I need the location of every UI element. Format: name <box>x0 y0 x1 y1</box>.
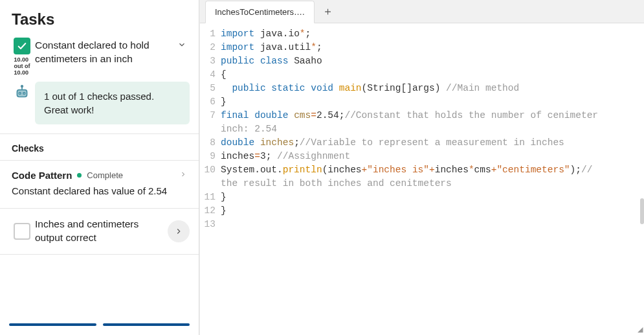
task-2-description: Inches and centimeters output correct <box>35 218 168 245</box>
code-line-6: 6 } <box>200 95 644 109</box>
check-card-1[interactable]: Code Pattern Complete Constant declared … <box>0 160 199 209</box>
svg-point-2 <box>23 92 25 94</box>
bottom-button-1[interactable] <box>9 323 96 326</box>
resize-handle-icon[interactable]: ◢ <box>638 325 643 334</box>
task-2[interactable]: Inches and centimeters output correct <box>0 209 199 255</box>
file-tab[interactable]: InchesToCentimeters…. <box>205 1 315 23</box>
task-1-score: 10.00 out of 10.00 <box>14 57 30 76</box>
scrollbar-thumb[interactable] <box>640 198 644 224</box>
feedback-row: 1 out of 1 checks passed. Great work! <box>9 82 190 124</box>
code-line-5: 5 public static void main(String[]args) … <box>200 82 644 95</box>
line-number: 10 <box>200 163 221 177</box>
tab-strip: InchesToCentimeters…. ＋ <box>200 0 644 23</box>
line-number: 11 <box>200 191 221 204</box>
line-number <box>200 122 221 136</box>
chevron-down-icon[interactable] <box>174 38 190 49</box>
status-dot-icon <box>77 173 82 178</box>
checkbox-empty-icon <box>14 223 30 240</box>
code-line-9: 9 inches=3; //Assighnment <box>200 150 644 163</box>
task-1-header[interactable]: 10.00 out of 10.00 Constant declared to … <box>9 38 190 76</box>
line-number: 13 <box>200 218 221 231</box>
chevron-right-icon[interactable] <box>179 170 187 180</box>
task-2-status-col <box>9 223 35 240</box>
code-line-2: 2 import java.util*; <box>200 41 644 54</box>
code-line-1: 1 import java.io*; <box>200 27 644 41</box>
code-line-4: 4 { <box>200 68 644 82</box>
svg-point-4 <box>21 86 23 87</box>
line-number: 7 <box>200 109 221 122</box>
file-tab-label: InchesToCentimeters…. <box>215 7 305 17</box>
task-1-feedback: 1 out of 1 checks passed. Great work! <box>35 82 190 124</box>
code-line-10-wrap: the result in both inches and cenitmeter… <box>200 177 644 191</box>
score-out-of: out of <box>14 63 30 69</box>
code-line-7: 7 final double cms=2.54;//Constant that … <box>200 109 644 122</box>
line-number: 9 <box>200 150 221 163</box>
line-number <box>200 177 221 191</box>
task-1-status-col: 10.00 out of 10.00 <box>9 38 35 76</box>
code-line-3: 3 public class Saaho <box>200 54 644 68</box>
line-number: 3 <box>200 54 221 68</box>
line-number: 2 <box>200 41 221 54</box>
bottom-bar <box>0 314 199 335</box>
code-editor[interactable]: 1 import java.io*; 2 import java.util*; … <box>200 23 644 335</box>
check-title: Code Pattern <box>12 170 72 181</box>
line-number: 5 <box>200 82 221 95</box>
score-total: 10.00 <box>14 69 29 76</box>
task-1-description: Constant declared to hold centimeters in… <box>35 38 174 66</box>
robot-icon <box>9 82 35 101</box>
svg-point-1 <box>19 92 21 94</box>
line-number: 1 <box>200 27 221 41</box>
expand-task-button[interactable] <box>168 220 190 242</box>
new-tab-button[interactable]: ＋ <box>315 4 341 19</box>
line-number: 12 <box>200 204 221 218</box>
bottom-button-2[interactable] <box>103 323 190 326</box>
code-line-10: 10 System.out.println(inches+"inches is"… <box>200 163 644 177</box>
code-line-7-wrap: inch: 2.54 <box>200 122 644 136</box>
line-number: 6 <box>200 95 221 109</box>
check-card-1-header: Code Pattern Complete <box>12 170 187 181</box>
code-line-13: 13 <box>200 218 644 231</box>
score-earned: 10.00 <box>14 56 29 63</box>
line-number: 4 <box>200 68 221 82</box>
checks-heading: Checks <box>0 134 199 160</box>
task-1: 10.00 out of 10.00 Constant declared to … <box>0 38 199 134</box>
line-number: 8 <box>200 136 221 150</box>
editor-panel: InchesToCentimeters…. ＋ 1 import java.io… <box>199 0 644 335</box>
tasks-title: Tasks <box>0 0 199 38</box>
checkmark-icon <box>14 38 30 54</box>
check-description: Constant declared has value of 2.54 <box>12 185 187 198</box>
code-line-8: 8 double inches;//Variable to represent … <box>200 136 644 150</box>
code-line-12: 12 } <box>200 204 644 218</box>
tasks-panel: Tasks 10.00 out of 10.00 Constant declar… <box>0 0 199 335</box>
check-status: Complete <box>87 170 123 180</box>
code-line-11: 11 } <box>200 191 644 204</box>
